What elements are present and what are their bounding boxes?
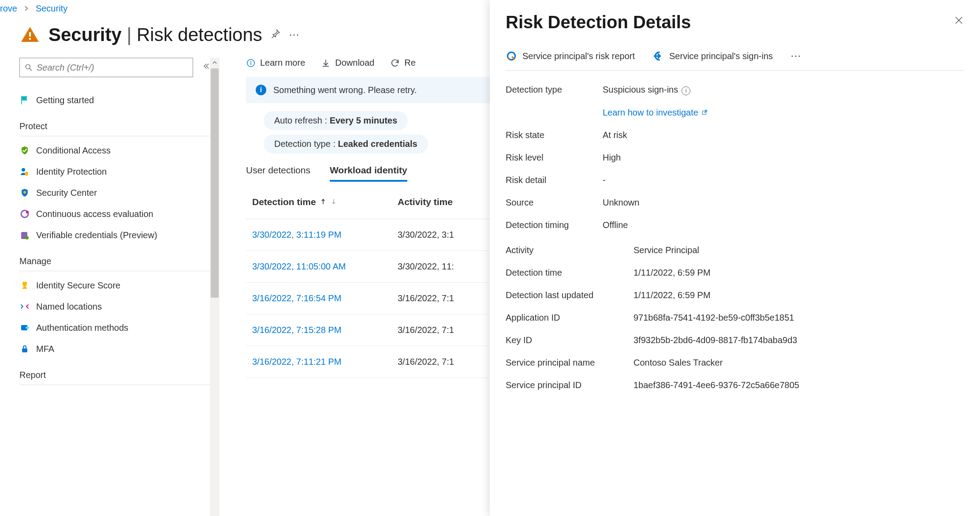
sidebar-item-label: Conditional Access [36, 146, 111, 156]
cell-detection-time[interactable]: 3/16/2022, 7:16:54 PM [252, 293, 371, 303]
download-icon [321, 58, 331, 68]
kv-application-id: Application ID 971b68fa-7541-4192-be59-c… [506, 307, 964, 329]
search-input[interactable] [19, 58, 193, 77]
action-label: Service principal's risk report [522, 51, 635, 61]
refresh-icon [390, 58, 400, 68]
cell-detection-time[interactable]: 3/30/2022, 3:11:19 PM [252, 230, 371, 240]
sort-asc-icon [320, 197, 327, 207]
svg-rect-11 [26, 327, 29, 329]
toolbar-label: Download [335, 58, 374, 68]
panel-more-button[interactable]: ⋯ [790, 50, 801, 62]
risk-report-button[interactable]: Service principal's risk report [506, 50, 635, 62]
svg-point-9 [25, 236, 29, 239]
key-icon [19, 322, 30, 333]
svg-rect-1 [29, 38, 31, 40]
kv-key-id: Key ID 3f932b5b-2bd6-4d09-8817-fb174baba… [506, 329, 964, 351]
kv-learn-link: Learn how to investigate [506, 101, 964, 124]
sidebar-item-verifiable-credentials[interactable]: Verifiable credentials (Preview) [19, 224, 211, 246]
risk-detection-details-panel: Risk Detection Details Service principal… [490, 0, 980, 516]
learn-investigate-link[interactable]: Learn how to investigate [603, 108, 708, 118]
filter-auto-refresh[interactable]: Auto refresh : Every 5 minutes [264, 111, 408, 130]
close-button[interactable] [954, 12, 964, 27]
sidebar-item-named-locations[interactable]: Named locations [19, 296, 211, 317]
location-icon [19, 301, 30, 312]
sidebar-section-protect: Protect [19, 115, 211, 136]
sidebar-item-mfa[interactable]: MFA [19, 338, 211, 359]
kv-service-principal-id: Service principal ID 1baef386-7491-4ee6-… [506, 374, 964, 396]
filter-detection-type[interactable]: Detection type : Leaked credentials [264, 135, 428, 153]
credential-icon [19, 230, 30, 240]
banner-message: Something went wrong. Please retry. [273, 85, 417, 95]
flag-icon [19, 95, 30, 105]
toolbar-label: Re [404, 58, 416, 68]
info-icon: i [256, 85, 266, 95]
svg-point-2 [26, 64, 30, 69]
kv-service-principal-name: Service principal name Contoso Sales Tra… [506, 351, 964, 374]
sidebar-item-auth-methods[interactable]: Authentication methods [19, 317, 211, 338]
info-icon[interactable]: i [682, 86, 690, 95]
svg-rect-12 [22, 348, 27, 352]
sidebar-item-label: Getting started [36, 95, 94, 105]
breadcrumb-prev[interactable]: rove [0, 4, 17, 14]
cell-detection-time[interactable]: 3/16/2022, 7:15:28 PM [252, 325, 371, 335]
kv-activity: Activity Service Principal [506, 239, 964, 262]
sidebar-item-label: Continuous access evaluation [36, 209, 153, 219]
panel-actions: Service principal's risk report Service … [506, 50, 964, 71]
kv-risk-level: Risk level High [506, 146, 964, 169]
pin-button[interactable] [270, 28, 281, 41]
kv-detection-last-updated: Detection last updated 1/11/2022, 6:59 P… [506, 284, 964, 307]
refresh-button[interactable]: Re [390, 58, 416, 68]
sidebar-item-label: Security Center [36, 188, 97, 198]
report-icon [506, 50, 517, 62]
collapse-sidebar-button[interactable] [202, 62, 211, 73]
tab-workload-identity[interactable]: Workload identity [330, 165, 407, 182]
tab-user-detections[interactable]: User detections [246, 165, 310, 182]
scrollbar[interactable] [210, 58, 220, 516]
learn-more-button[interactable]: Learn more [246, 58, 305, 68]
sidebar-item-label: Authentication methods [36, 323, 128, 333]
sidebar-item-continuous-access[interactable]: Continuous access evaluation [19, 203, 211, 224]
breadcrumb-current[interactable]: Security [36, 4, 67, 14]
external-link-icon [701, 109, 708, 116]
svg-point-4 [22, 168, 25, 172]
svg-point-15 [251, 61, 251, 61]
cell-detection-time[interactable]: 3/16/2022, 7:11:21 PM [252, 357, 371, 367]
svg-line-3 [30, 69, 32, 71]
sidebar-item-label: Named locations [36, 302, 102, 312]
kv-detection-timing: Detection timing Offline [506, 214, 964, 236]
trophy-icon [19, 280, 30, 291]
kv-detection-time: Detection time 1/11/2022, 6:59 PM [506, 262, 964, 284]
sidebar: Getting started Protect Conditional Acce… [0, 58, 220, 516]
sidebar-item-identity-protection[interactable]: Identity Protection [19, 161, 211, 182]
sidebar-item-getting-started[interactable]: Getting started [19, 90, 211, 111]
sidebar-item-label: Verifiable credentials (Preview) [36, 230, 157, 240]
cell-detection-time[interactable]: 3/30/2022, 11:05:00 AM [252, 262, 371, 272]
signin-icon [652, 50, 664, 62]
svg-line-25 [704, 110, 707, 113]
svg-point-5 [23, 191, 26, 194]
search-icon [24, 63, 33, 72]
sidebar-item-label: MFA [36, 344, 54, 354]
shield-check-icon [19, 145, 30, 156]
sidebar-section-report: Report [19, 364, 211, 385]
sidebar-item-secure-score[interactable]: Identity Secure Score [19, 275, 211, 296]
info-icon [246, 58, 256, 68]
chevron-right-icon [23, 4, 30, 14]
page-title: Security | Risk detections [48, 24, 262, 45]
svg-point-7 [26, 211, 29, 213]
sort-desc-icon [330, 197, 337, 207]
scrollbar-thumb[interactable] [211, 68, 219, 298]
sidebar-item-conditional-access[interactable]: Conditional Access [19, 140, 211, 161]
kv-detection-type: Detection type Suspicious sign-insi [506, 79, 964, 101]
scroll-up-icon[interactable] [210, 58, 220, 67]
col-detection-time[interactable]: Detection time [252, 197, 371, 207]
sidebar-item-label: Identity Protection [36, 167, 107, 177]
sidebar-item-security-center[interactable]: Security Center [19, 182, 211, 203]
panel-title: Risk Detection Details [506, 12, 691, 32]
more-button[interactable]: ⋯ [289, 29, 299, 41]
sign-ins-button[interactable]: Service principal's sign-ins [652, 50, 773, 62]
user-shield-icon [19, 166, 30, 177]
kv-source: Source Unknown [506, 191, 964, 214]
download-button[interactable]: Download [321, 58, 374, 68]
warning-icon [19, 24, 41, 45]
